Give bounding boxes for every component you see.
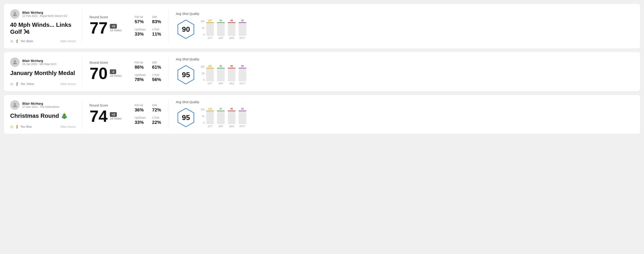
score-number: 74 xyxy=(90,108,108,124)
score-number: 70 xyxy=(90,65,108,82)
weather-icon: ⛅ xyxy=(10,82,14,86)
score-number: 77 xyxy=(90,20,108,36)
score-section: Round Score 77 +5 18 Holes xyxy=(90,15,126,37)
user-meta: 27 Dec 2021 · The Oxfordshire xyxy=(22,105,59,109)
quality-label: Avg Shot Quality xyxy=(176,57,634,61)
one-putt-label: 1 Putt xyxy=(152,116,161,119)
score-holes: 18 Holes xyxy=(110,29,121,32)
up-down-value: 33% xyxy=(135,120,146,125)
up-down-value: 33% xyxy=(135,31,146,37)
score-main: 74 +2 18 Holes xyxy=(90,108,126,124)
tee-info: ⛅ 🏌 Tee: Black xyxy=(10,39,33,43)
hexagon: 95 xyxy=(176,107,196,128)
right-section: Avg Shot Quality 90 100 xyxy=(168,9,634,43)
score-badge: +2 xyxy=(110,112,117,117)
up-down-value: 78% xyxy=(135,77,146,82)
score-main: 70 -2 18 Holes xyxy=(90,65,126,82)
stats-section: FW Hit 36% Up/Down 33% GIR 72% xyxy=(135,104,161,125)
bar-group-putt: 93 PUTT xyxy=(239,108,246,124)
up-down-stat: Up/Down 33% xyxy=(135,28,146,37)
data-source: Data: Arccos xyxy=(60,125,76,128)
golf-bag-icon: 🏌 xyxy=(15,82,19,86)
svg-point-0 xyxy=(14,12,16,14)
left-panel: Blair McHarg 29 Jan 2022 · Mill Ride GCC… xyxy=(10,57,82,86)
fw-hit-stat: FW Hit 86% xyxy=(135,61,146,70)
avatar xyxy=(10,100,20,110)
bar-group-arg: 95 ARG xyxy=(228,108,236,124)
footer-info: ⛅ 🏌 Tee: Yellow Data: Arccos xyxy=(10,82,76,86)
bar-chart: 100 50 0 107 OTT 95 APP xyxy=(200,20,246,40)
one-putt-value: 22% xyxy=(152,120,161,125)
round-title: January Monthly Medal xyxy=(10,70,76,77)
gir-label: GIR xyxy=(152,104,161,107)
score-badge: -2 xyxy=(110,69,116,74)
golf-bag-icon: 🏌 xyxy=(15,125,19,128)
middle-section: Round Score 70 -2 18 Holes FW Hit 86% xyxy=(82,57,168,86)
score-holes: 18 Holes xyxy=(110,74,121,77)
bar-group-ott: 107 OTT xyxy=(206,19,214,36)
quality-score: 90 xyxy=(182,25,190,33)
round-card: Blair McHarg 12 Feb 2022 · Royal North D… xyxy=(4,3,640,49)
middle-section: Round Score 74 +2 18 Holes FW Hit 36% xyxy=(82,100,168,128)
round-card: Blair McHarg 29 Jan 2022 · Mill Ride GCC… xyxy=(4,52,640,91)
bar-group-ott: 101 OTT xyxy=(206,65,214,81)
bar-chart: 100 50 0 110 OTT 87 APP xyxy=(200,108,246,128)
gir-value: 72% xyxy=(152,107,161,113)
avatar xyxy=(10,9,20,19)
user-header: Blair McHarg 12 Feb 2022 · Royal North D… xyxy=(10,9,76,19)
fw-hit-stat: FW Hit 36% xyxy=(135,104,146,113)
one-putt-label: 1 Putt xyxy=(152,73,161,77)
tee-label: Tee: Yellow xyxy=(20,82,34,86)
bar-group-putt: 82 PUTT xyxy=(239,19,246,36)
gir-label: GIR xyxy=(152,61,161,64)
one-putt-stat: 1 Putt 56% xyxy=(152,73,161,82)
up-down-stat: Up/Down 78% xyxy=(135,73,146,82)
data-source: Data: Arccos xyxy=(60,82,76,86)
gir-label: GIR xyxy=(152,15,161,19)
avatar xyxy=(10,57,20,67)
round-score-label: Round Score xyxy=(90,61,126,64)
stats-section: FW Hit 57% Up/Down 33% GIR 83% xyxy=(135,15,161,37)
one-putt-label: 1 Putt xyxy=(152,28,161,31)
round-title: Christmas Round 🎄 xyxy=(10,112,76,119)
golf-bag-icon: 🏌 xyxy=(15,39,19,43)
user-header: Blair McHarg 27 Dec 2021 · The Oxfordshi… xyxy=(10,100,76,110)
up-down-label: Up/Down xyxy=(135,73,146,77)
up-down-label: Up/Down xyxy=(135,28,146,31)
fw-hit-label: FW Hit xyxy=(135,104,146,107)
fw-hit-value: 86% xyxy=(135,65,146,70)
svg-point-1 xyxy=(14,60,16,62)
round-card: Blair McHarg 27 Dec 2021 · The Oxfordshi… xyxy=(4,95,640,134)
quality-score: 95 xyxy=(182,71,190,79)
score-section: Round Score 70 -2 18 Holes xyxy=(90,61,126,82)
stats-section: FW Hit 86% Up/Down 78% GIR 61% xyxy=(135,61,161,82)
bar-group-app: 95 APP xyxy=(217,19,225,36)
round-score-label: Round Score xyxy=(90,15,126,19)
user-meta: 12 Feb 2022 · Royal North Devon GC xyxy=(22,14,68,17)
footer-info: ⛅ 🏌 Tee: Blue Data: Arccos xyxy=(10,125,76,128)
score-holes: 18 Holes xyxy=(110,117,121,120)
left-panel: Blair McHarg 12 Feb 2022 · Royal North D… xyxy=(10,9,82,43)
bar-group-arg: 98 ARG xyxy=(228,19,236,36)
quality-label: Avg Shot Quality xyxy=(176,12,634,15)
weather-icon: ⛅ xyxy=(10,39,14,43)
bar-group-app: 87 APP xyxy=(217,108,225,124)
tee-info: ⛅ 🏌 Tee: Blue xyxy=(10,125,32,128)
score-badge: +5 xyxy=(110,24,117,29)
hexagon-container: 95 xyxy=(176,107,196,128)
weather-icon: ⛅ xyxy=(10,125,14,128)
gir-stat: GIR 72% xyxy=(152,104,161,113)
hexagon: 95 xyxy=(176,65,196,85)
tee-label: Tee: Black xyxy=(20,40,33,43)
gir-stat: GIR 61% xyxy=(152,61,161,70)
user-header: Blair McHarg 29 Jan 2022 · Mill Ride GCC xyxy=(10,57,76,67)
fw-hit-stat: FW Hit 57% xyxy=(135,15,146,24)
score-main: 77 +5 18 Holes xyxy=(90,20,126,36)
bar-chart: 100 50 0 101 OTT 86 APP xyxy=(200,66,246,86)
hexagon: 90 xyxy=(176,19,196,39)
right-section: Avg Shot Quality 95 100 xyxy=(168,57,634,86)
user-name: Blair McHarg xyxy=(22,59,56,63)
hexagon-container: 95 xyxy=(176,65,196,85)
user-name: Blair McHarg xyxy=(22,102,59,105)
fw-hit-value: 57% xyxy=(135,19,146,24)
